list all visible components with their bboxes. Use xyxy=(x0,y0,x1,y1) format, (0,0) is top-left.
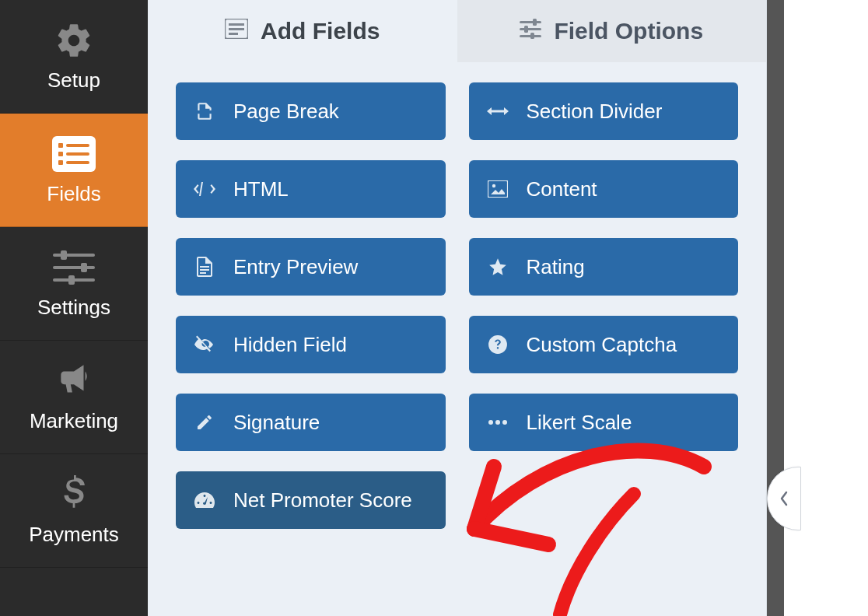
svg-rect-12 xyxy=(68,275,75,285)
question-circle-icon xyxy=(486,333,509,356)
sidebar-item-setup[interactable]: Setup xyxy=(0,0,148,114)
sliders-icon xyxy=(8,246,140,289)
field-entry-preview[interactable]: Entry Preview xyxy=(176,238,446,296)
sliders-icon xyxy=(520,18,541,44)
form-icon xyxy=(225,18,248,44)
field-label: Rating xyxy=(527,255,585,279)
tabs: Add Fields Field Options xyxy=(148,0,766,62)
main-panel: Add Fields Field Options Page Break xyxy=(148,0,767,616)
field-label: Net Promoter Score xyxy=(233,488,412,513)
divider-icon xyxy=(486,100,509,123)
sidebar-item-payments[interactable]: Payments xyxy=(0,454,148,568)
sidebar-item-label: Setup xyxy=(8,68,140,93)
field-label: Hidden Field xyxy=(233,333,347,357)
svg-rect-1 xyxy=(58,143,63,148)
svg-rect-22 xyxy=(530,33,534,39)
fields-panel: Page Break Section Divider HTML xyxy=(148,62,766,616)
svg-rect-20 xyxy=(524,26,528,33)
star-icon xyxy=(486,255,509,278)
code-icon xyxy=(193,177,216,201)
svg-rect-2 xyxy=(66,144,89,147)
svg-rect-3 xyxy=(58,152,63,156)
field-label: Content xyxy=(527,177,597,201)
svg-rect-16 xyxy=(229,33,238,35)
dollar-icon xyxy=(8,473,140,516)
sidebar: Setup Fields Settings Marketing Payments xyxy=(0,0,148,616)
svg-point-31 xyxy=(502,420,507,425)
svg-point-29 xyxy=(488,420,493,425)
tab-label: Add Fields xyxy=(261,18,380,44)
right-strip xyxy=(767,0,868,616)
image-icon xyxy=(486,177,509,201)
sidebar-item-marketing[interactable]: Marketing xyxy=(0,341,148,454)
eye-slash-icon xyxy=(193,333,216,356)
svg-rect-25 xyxy=(200,266,209,268)
field-rating[interactable]: Rating xyxy=(469,238,739,296)
tab-add-fields[interactable]: Add Fields xyxy=(148,0,457,62)
sidebar-item-label: Fields xyxy=(8,182,140,206)
field-hidden-field[interactable]: Hidden Field xyxy=(176,316,446,373)
field-net-promoter-score[interactable]: Net Promoter Score xyxy=(176,471,446,529)
svg-rect-9 xyxy=(53,266,95,269)
field-signature[interactable]: Signature xyxy=(176,394,446,451)
tab-label: Field Options xyxy=(554,18,703,44)
collapse-handle[interactable] xyxy=(767,467,801,530)
pencil-icon xyxy=(193,411,216,434)
sidebar-item-label: Settings xyxy=(8,296,140,320)
field-label: Page Break xyxy=(233,100,339,124)
svg-rect-19 xyxy=(520,28,541,30)
field-label: HTML xyxy=(233,177,289,201)
field-custom-captcha[interactable]: Custom Captcha xyxy=(469,316,739,373)
svg-rect-17 xyxy=(520,21,541,23)
svg-rect-27 xyxy=(200,272,206,274)
chevron-left-icon xyxy=(779,490,789,507)
sidebar-item-label: Marketing xyxy=(8,409,140,433)
svg-rect-10 xyxy=(81,263,87,272)
dots-icon xyxy=(486,411,509,434)
svg-rect-5 xyxy=(58,160,63,165)
bullhorn-icon xyxy=(8,359,140,403)
field-label: Section Divider xyxy=(527,100,663,124)
field-content[interactable]: Content xyxy=(469,160,739,218)
field-section-divider[interactable]: Section Divider xyxy=(469,82,739,140)
sidebar-item-settings[interactable]: Settings xyxy=(0,227,148,341)
list-icon xyxy=(8,132,140,176)
gear-icon xyxy=(8,19,140,62)
svg-point-24 xyxy=(492,184,495,187)
sidebar-item-fields[interactable]: Fields xyxy=(0,114,148,227)
document-icon xyxy=(193,255,216,278)
field-page-break[interactable]: Page Break xyxy=(176,82,446,140)
field-label: Signature xyxy=(233,411,320,435)
svg-rect-6 xyxy=(66,161,89,164)
svg-point-30 xyxy=(495,420,500,425)
svg-rect-15 xyxy=(229,28,244,30)
page-break-icon xyxy=(193,100,216,123)
svg-rect-26 xyxy=(200,269,209,271)
gauge-icon xyxy=(193,488,216,512)
svg-rect-7 xyxy=(53,254,95,257)
svg-rect-8 xyxy=(61,250,67,260)
field-label: Custom Captcha xyxy=(527,333,677,357)
svg-rect-4 xyxy=(66,152,89,156)
sidebar-item-label: Payments xyxy=(8,523,140,547)
field-likert-scale[interactable]: Likert Scale xyxy=(469,394,739,451)
tab-field-options[interactable]: Field Options xyxy=(457,0,767,62)
field-label: Likert Scale xyxy=(527,411,632,435)
svg-rect-14 xyxy=(229,23,244,26)
svg-rect-23 xyxy=(488,180,508,198)
svg-rect-18 xyxy=(533,19,537,26)
field-label: Entry Preview xyxy=(233,255,358,279)
field-html[interactable]: HTML xyxy=(176,160,446,218)
